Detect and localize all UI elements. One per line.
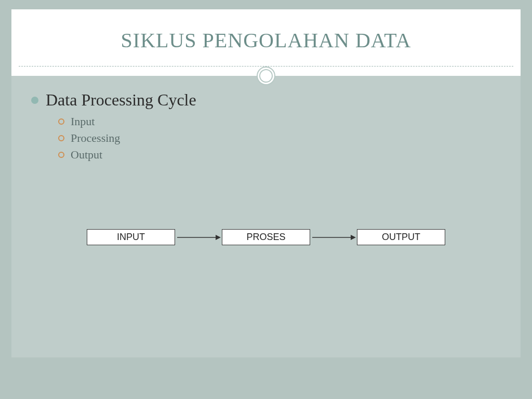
circle-ornament-icon [257, 66, 275, 85]
slide-frame: SIKLUS PENGOLAHAN DATA Data Processing C… [11, 9, 521, 357]
sub-bullet-label: Output [71, 148, 102, 162]
svg-marker-1 [216, 235, 221, 240]
sub-bullet-item: Output [58, 148, 501, 162]
content-area: Data Processing Cycle Input Processing O… [11, 76, 521, 357]
sub-bullet-label: Processing [71, 131, 120, 145]
sub-bullet-item: Processing [58, 131, 501, 145]
header-area: SIKLUS PENGOLAHAN DATA [11, 9, 521, 76]
main-bullet-item: Data Processing Cycle [31, 90, 501, 110]
ring-bullet-icon [58, 118, 64, 125]
flow-box-input: INPUT [87, 229, 175, 245]
svg-marker-3 [351, 235, 356, 240]
sub-bullet-item: Input [58, 115, 501, 128]
flow-box-process: PROSES [222, 229, 310, 245]
ring-bullet-icon [58, 135, 64, 141]
ring-bullet-icon [58, 152, 64, 158]
flow-box-output: OUTPUT [357, 229, 445, 245]
sub-bullet-label: Input [71, 115, 95, 128]
dot-bullet-icon [31, 97, 38, 104]
arrow-right-icon [310, 234, 357, 241]
sub-bullets-list: Input Processing Output [31, 115, 501, 162]
arrow-right-icon [175, 234, 222, 241]
flow-diagram: INPUT PROSES OUTPUT [31, 229, 501, 245]
slide-title: SIKLUS PENGOLAHAN DATA [11, 9, 521, 52]
main-bullet-label: Data Processing Cycle [46, 90, 196, 110]
